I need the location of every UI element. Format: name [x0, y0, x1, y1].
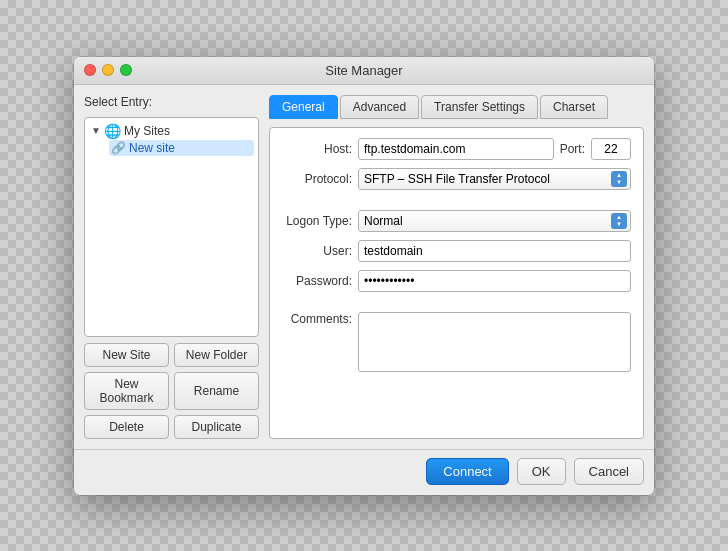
host-input[interactable] [358, 138, 554, 160]
connect-button[interactable]: Connect [426, 458, 508, 485]
new-bookmark-button[interactable]: New Bookmark [84, 372, 169, 410]
left-panel-buttons: New Site New Folder New Bookmark Rename … [84, 343, 259, 439]
folder-icon: 🌐 [104, 123, 121, 139]
protocol-row: Protocol: SFTP – SSH File Transfer Proto… [282, 168, 631, 190]
protocol-select-wrapper: SFTP – SSH File Transfer Protocol FTP – … [358, 168, 631, 190]
delete-button[interactable]: Delete [84, 415, 169, 439]
password-label: Password: [282, 274, 352, 288]
tree-site-item[interactable]: 🔗 New site [109, 140, 254, 156]
window-title: Site Manager [325, 63, 402, 78]
site-manager-window: Site Manager Select Entry: ▼ 🌐 My Sites … [74, 57, 654, 495]
rename-button[interactable]: Rename [174, 372, 259, 410]
select-entry-label: Select Entry: [84, 95, 259, 109]
tab-general[interactable]: General [269, 95, 338, 119]
site-label: New site [129, 141, 175, 155]
window-content: Select Entry: ▼ 🌐 My Sites 🔗 New site Ne… [74, 85, 654, 449]
duplicate-button[interactable]: Duplicate [174, 415, 259, 439]
right-panel: General Advanced Transfer Settings Chars… [269, 95, 644, 439]
tree-folder-item[interactable]: ▼ 🌐 My Sites [89, 122, 254, 140]
logon-type-label: Logon Type: [282, 214, 352, 228]
form-area: Host: Port: Protocol: SFTP – SSH File Tr… [269, 127, 644, 439]
title-bar: Site Manager [74, 57, 654, 85]
password-input[interactable] [358, 270, 631, 292]
password-row: Password: [282, 270, 631, 292]
maximize-button[interactable] [120, 64, 132, 76]
logon-type-row: Logon Type: Normal Anonymous Ask for pas… [282, 210, 631, 232]
user-label: User: [282, 244, 352, 258]
folder-label: My Sites [124, 124, 170, 138]
tree-arrow-icon: ▼ [91, 125, 101, 136]
tab-advanced[interactable]: Advanced [340, 95, 419, 119]
ok-button[interactable]: OK [517, 458, 566, 485]
comments-textarea[interactable] [358, 312, 631, 372]
window-controls [84, 64, 132, 76]
bottom-bar: Connect OK Cancel [74, 450, 654, 495]
tree-view[interactable]: ▼ 🌐 My Sites 🔗 New site [84, 117, 259, 337]
logon-type-select-wrapper: Normal Anonymous Ask for password [358, 210, 631, 232]
new-site-button[interactable]: New Site [84, 343, 169, 367]
tabs-bar: General Advanced Transfer Settings Chars… [269, 95, 644, 119]
left-panel: Select Entry: ▼ 🌐 My Sites 🔗 New site Ne… [84, 95, 259, 439]
comments-label: Comments: [282, 312, 352, 326]
tree-child-container: 🔗 New site [109, 140, 254, 156]
comments-row: Comments: [282, 312, 631, 372]
tab-transfer-settings[interactable]: Transfer Settings [421, 95, 538, 119]
port-input[interactable] [591, 138, 631, 160]
host-row: Host: Port: [282, 138, 631, 160]
protocol-label: Protocol: [282, 172, 352, 186]
user-row: User: [282, 240, 631, 262]
minimize-button[interactable] [102, 64, 114, 76]
new-folder-button[interactable]: New Folder [174, 343, 259, 367]
port-label: Port: [560, 142, 585, 156]
close-button[interactable] [84, 64, 96, 76]
tab-charset[interactable]: Charset [540, 95, 608, 119]
protocol-select[interactable]: SFTP – SSH File Transfer Protocol FTP – … [358, 168, 631, 190]
cancel-button[interactable]: Cancel [574, 458, 644, 485]
user-input[interactable] [358, 240, 631, 262]
host-label: Host: [282, 142, 352, 156]
site-icon: 🔗 [111, 141, 126, 155]
logon-type-select[interactable]: Normal Anonymous Ask for password [358, 210, 631, 232]
